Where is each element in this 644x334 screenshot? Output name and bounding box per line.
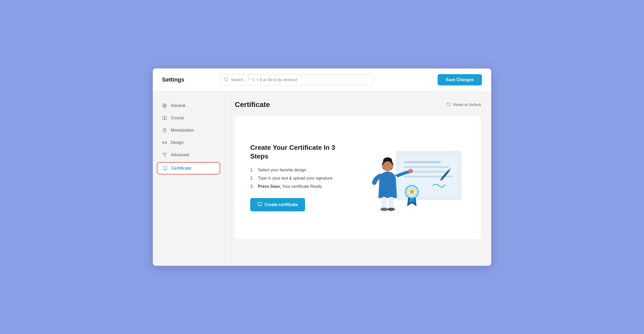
svg-point-31	[391, 164, 394, 168]
globe-icon	[162, 103, 167, 108]
main-content: Certificate Reset to Default Create Your…	[225, 91, 491, 266]
sidebar-item-advanced[interactable]: Advanced	[153, 149, 224, 161]
sidebar-item-course[interactable]: Course	[153, 112, 224, 124]
search-icon	[224, 77, 228, 83]
settings-window: Settings Save Changes	[153, 68, 491, 266]
step-3-text: Press Save, Your certificate Ready	[258, 184, 322, 189]
filter-icon	[162, 152, 167, 158]
sidebar-item-monetization[interactable]: Monetization	[153, 124, 224, 136]
svg-marker-7	[163, 153, 167, 157]
sidebar-item-design[interactable]: Design	[153, 136, 224, 149]
svg-point-36	[387, 208, 395, 211]
reset-icon	[447, 102, 451, 107]
svg-point-30	[382, 164, 385, 168]
header: Settings Save Changes	[153, 68, 491, 91]
step-1: 1. Select your favorite design	[250, 168, 353, 172]
monetization-icon	[162, 128, 167, 133]
svg-point-6	[164, 142, 165, 143]
certificate-card: Create Your Certificate In 3 Steps 1. Se…	[235, 116, 481, 239]
card-illustration	[363, 136, 466, 219]
body-layout: General Course	[153, 91, 491, 266]
svg-point-29	[383, 161, 392, 171]
sidebar-label-course: Course	[171, 116, 184, 120]
create-certificate-button[interactable]: Create certificate	[250, 198, 305, 211]
svg-rect-17	[404, 166, 449, 168]
book-icon	[162, 115, 167, 121]
step-2-text: Type in your text & upload your signatur…	[258, 176, 333, 181]
svg-rect-33	[381, 197, 387, 209]
sidebar: General Course	[153, 91, 225, 266]
design-icon	[162, 140, 167, 145]
step-2-num: 2.	[250, 176, 256, 181]
sidebar-item-general[interactable]: General	[153, 100, 224, 112]
step-2: 2. Type in your text & upload your signa…	[250, 176, 353, 181]
step-1-text: Select your favorite design	[258, 168, 306, 172]
svg-point-35	[380, 208, 388, 211]
steps-list: 1. Select your favorite design 2. Type i…	[250, 168, 353, 189]
content-header: Certificate Reset to Default	[235, 101, 481, 109]
create-cert-icon	[257, 202, 262, 208]
svg-rect-34	[388, 197, 394, 209]
sidebar-label-certificate: Certificate	[171, 166, 191, 171]
search-input[interactable]	[231, 77, 369, 82]
sidebar-label-general: General	[171, 103, 185, 108]
certificate-illustration	[363, 143, 466, 212]
svg-rect-16	[404, 161, 441, 163]
svg-rect-11	[258, 203, 262, 205]
step-3-num: 3.	[250, 184, 256, 189]
create-btn-label: Create certificate	[265, 202, 298, 207]
reset-label: Reset to Default	[453, 102, 481, 107]
svg-rect-8	[163, 166, 167, 169]
certificate-icon	[163, 166, 168, 171]
sidebar-label-advanced: Advanced	[171, 153, 189, 157]
save-changes-button[interactable]: Save Changes	[438, 74, 482, 85]
step-3: 3. Press Save, Your certificate Ready	[250, 184, 353, 189]
page-title: Certificate	[235, 101, 270, 109]
app-title: Settings	[162, 76, 184, 83]
sidebar-item-certificate[interactable]: Certificate	[157, 162, 220, 174]
sidebar-label-monetization: Monetization	[171, 128, 194, 133]
search-container	[219, 74, 373, 85]
search-wrapper	[219, 74, 373, 85]
svg-line-1	[227, 80, 228, 81]
sidebar-label-design: Design	[171, 140, 184, 145]
card-content-left: Create Your Certificate In 3 Steps 1. Se…	[250, 143, 353, 212]
reset-to-default-button[interactable]: Reset to Default	[447, 102, 481, 107]
svg-point-32	[408, 169, 413, 173]
card-title: Create Your Certificate In 3 Steps	[250, 143, 353, 161]
step-1-num: 1.	[250, 168, 256, 172]
svg-rect-19	[404, 175, 453, 177]
